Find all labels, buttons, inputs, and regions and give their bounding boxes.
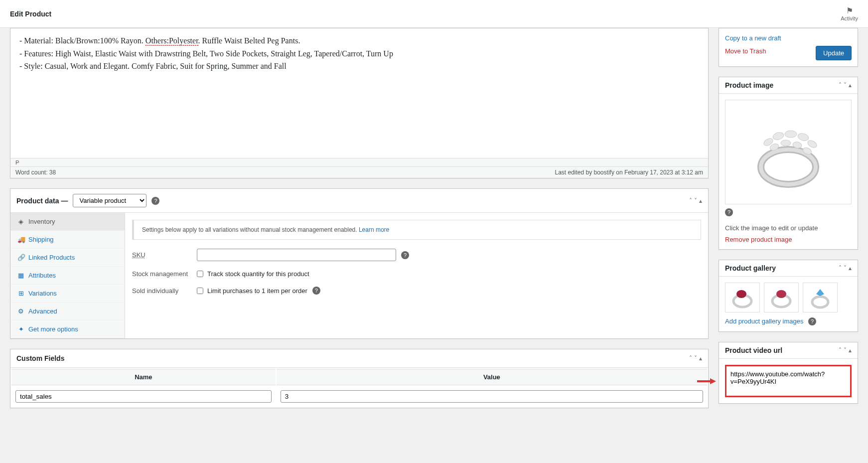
triangle-icon[interactable]: ▴ [849, 265, 852, 272]
svg-point-12 [736, 290, 746, 298]
inventory-notice: Settings below apply to all variations w… [132, 220, 701, 240]
last-edited: Last edited by boostify on February 17, … [555, 169, 703, 176]
stock-management-label: Stock management [132, 270, 197, 278]
triangle-icon[interactable]: ▴ [699, 197, 702, 204]
tab-linked-products[interactable]: 🔗Linked Products [10, 249, 125, 267]
tab-shipping[interactable]: 🚚Shipping [10, 231, 125, 249]
product-data-tabs: ◈Inventory 🚚Shipping 🔗Linked Products ▦A… [10, 213, 125, 338]
truck-icon: 🚚 [17, 236, 24, 243]
help-icon[interactable]: ? [312, 287, 320, 295]
chevron-down-icon[interactable]: ˅ [694, 197, 697, 204]
help-icon[interactable]: ? [401, 251, 409, 259]
chevron-down-icon[interactable]: ˅ [844, 82, 847, 89]
cf-name-input[interactable] [15, 390, 272, 403]
learn-more-link[interactable]: Learn more [359, 226, 389, 233]
triangle-icon[interactable]: ▴ [849, 347, 852, 354]
product-gallery-title: Product gallery [725, 264, 776, 272]
remove-product-image-link[interactable]: Remove product image [725, 236, 792, 243]
chevron-up-icon[interactable]: ˄ [839, 347, 842, 354]
activity-flag-icon: ⚑ [841, 6, 858, 15]
editor-spellcheck: Others:Polyester [145, 36, 198, 46]
chevron-down-icon[interactable]: ˅ [844, 265, 847, 272]
video-url-input[interactable] [730, 370, 846, 390]
cf-value-header: Value [277, 369, 707, 385]
product-data-box: Product data — Variable product ? ˄ ˅ ▴ … [10, 188, 709, 339]
image-click-hint: Click the image to edit or update [725, 224, 852, 232]
move-to-trash-link[interactable]: Move to Trash [725, 47, 766, 55]
chevron-down-icon[interactable]: ˅ [844, 347, 847, 354]
editor-element-path[interactable]: p [10, 158, 708, 166]
svg-point-3 [772, 131, 785, 141]
activity-button[interactable]: ⚑ Activity [841, 6, 858, 21]
editor-content[interactable]: - Material: Black/Brown:100% Rayon. Othe… [10, 28, 708, 158]
svg-marker-18 [710, 378, 716, 384]
track-stock-label: Track stock quantity for this product [207, 270, 309, 278]
tab-attributes[interactable]: ▦Attributes [10, 267, 125, 285]
cf-value-input[interactable] [281, 390, 703, 403]
product-image-thumbnail[interactable] [725, 100, 852, 204]
top-bar: Edit Product ⚑ Activity [0, 0, 868, 28]
sold-individually-label: Sold individually [132, 287, 197, 295]
gallery-thumb[interactable] [803, 283, 838, 312]
product-video-url-box: Product video url ˄ ˅ ▴ [719, 342, 858, 404]
help-icon[interactable]: ? [725, 208, 733, 216]
product-image-box: Product image ˄ ˅ ▴ [719, 77, 858, 250]
help-icon[interactable]: ? [808, 317, 816, 325]
link-icon: 🔗 [17, 254, 24, 261]
copy-draft-link[interactable]: Copy to a new draft [725, 34, 852, 42]
gear-icon: ⚙ [17, 308, 24, 315]
sold-individually-text: Limit purchases to 1 item per order [207, 287, 307, 295]
tab-inventory[interactable]: ◈Inventory [10, 213, 125, 231]
page-title: Edit Product [10, 10, 51, 18]
ring-image [727, 102, 849, 202]
svg-point-14 [776, 290, 786, 298]
product-gallery-box: Product gallery ˄ ˅ ▴ [719, 260, 858, 332]
triangle-icon[interactable]: ▴ [699, 355, 702, 362]
chevron-up-icon[interactable]: ˄ [839, 265, 842, 272]
cf-name-header: Name [11, 369, 276, 385]
word-count: Word count: 38 [15, 169, 56, 176]
editor-text: - Material: Black/Brown:100% Rayon. [19, 36, 145, 45]
svg-point-4 [785, 131, 797, 138]
sold-individually-checkbox[interactable] [197, 288, 203, 294]
product-video-title: Product video url [725, 346, 782, 354]
inventory-icon: ◈ [17, 218, 24, 225]
gallery-thumb[interactable] [764, 283, 799, 312]
svg-marker-16 [816, 289, 824, 296]
product-data-title: Product data — [16, 197, 68, 205]
tab-more-options[interactable]: ✦Get more options [10, 320, 125, 338]
svg-point-8 [781, 140, 791, 146]
publish-box: Copy to a new draft Move to Trash Update [719, 28, 858, 67]
add-gallery-images-link[interactable]: Add product gallery images [725, 317, 804, 325]
editor-text: - Features: High Waist, Elastic Waist wi… [19, 47, 699, 60]
variations-icon: ⊞ [17, 290, 24, 297]
svg-point-6 [806, 139, 818, 149]
product-type-select[interactable]: Variable product [73, 194, 146, 207]
custom-fields-box: Custom Fields ˄ ˅ ▴ Name Value [10, 349, 709, 408]
annotation-arrow-icon [696, 376, 716, 386]
update-button[interactable]: Update [816, 46, 852, 60]
chevron-up-icon[interactable]: ˄ [689, 197, 692, 204]
tab-advanced[interactable]: ⚙Advanced [10, 303, 125, 320]
custom-fields-title: Custom Fields [16, 354, 64, 362]
svg-point-1 [761, 150, 816, 184]
svg-point-15 [812, 297, 828, 308]
table-row [11, 386, 707, 407]
chevron-down-icon[interactable]: ˅ [694, 355, 697, 362]
chevron-up-icon[interactable]: ˄ [839, 82, 842, 89]
grid-icon: ▦ [17, 272, 24, 279]
sku-input[interactable] [197, 249, 396, 261]
product-image-title: Product image [725, 81, 773, 89]
sku-label: SKU [132, 251, 197, 259]
triangle-icon[interactable]: ▴ [849, 82, 852, 89]
gallery-thumb[interactable] [725, 283, 760, 312]
tab-variations[interactable]: ⊞Variations [10, 285, 125, 303]
video-url-highlight [725, 365, 852, 397]
svg-point-5 [797, 132, 810, 142]
help-icon[interactable]: ? [151, 197, 159, 205]
chevron-up-icon[interactable]: ˄ [689, 355, 692, 362]
editor-box: - Material: Black/Brown:100% Rayon. Othe… [10, 28, 709, 178]
editor-status-bar: Word count: 38 Last edited by boostify o… [10, 166, 708, 178]
editor-text: - Style: Casual, Work and Elegant. Comfy… [19, 60, 699, 73]
track-stock-checkbox[interactable] [197, 271, 203, 277]
